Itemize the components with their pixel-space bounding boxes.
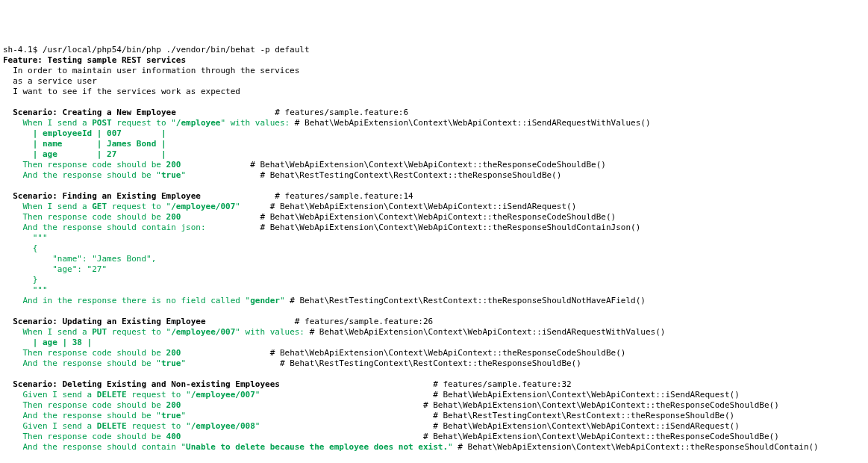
- step-context: # Behat\WebApiExtension\Context\WebApiCo…: [310, 327, 666, 337]
- step-given: Given I send a: [3, 390, 97, 400]
- step-context: # Behat\WebApiExtension\Context\WebApiCo…: [458, 442, 818, 452]
- step-context: # Behat\RestTestingContext\RestContext::…: [260, 170, 561, 180]
- step-context: # Behat\WebApiExtension\Context\WebApiCo…: [270, 348, 626, 358]
- feature-narrative: In order to maintain user information th…: [3, 66, 299, 75]
- step-context: # Behat\WebApiExtension\Context\WebApiCo…: [423, 432, 779, 441]
- feature-location: # features/sample.feature:32: [433, 379, 571, 389]
- step-then: Then response code should be: [3, 432, 166, 441]
- step-and: And in the response there is no field ca…: [3, 296, 250, 305]
- step-context: # Behat\WebApiExtension\Context\WebApiCo…: [423, 400, 779, 410]
- step-then: Then response code should be: [3, 212, 166, 222]
- feature-location: # features/sample.feature:6: [275, 108, 408, 117]
- step-and: And the response should contain json:: [3, 223, 206, 232]
- step-then: Then response code should be: [3, 160, 166, 170]
- step-endpoint: /employee/008: [191, 421, 255, 431]
- step-and: And the response should be ": [3, 411, 161, 420]
- step-context: # Behat\WebApiExtension\Context\WebApiCo…: [270, 202, 577, 211]
- step-context: # Behat\WebApiExtension\Context\WebApiCo…: [250, 160, 606, 170]
- feature-title: Testing sample REST services: [48, 55, 186, 65]
- step-and: And the response should be ": [3, 170, 161, 180]
- step-then: Then response code should be: [3, 348, 166, 358]
- shell-prompt: sh-4.1$: [3, 45, 43, 55]
- scenario-keyword: Scenario:: [13, 317, 62, 326]
- step-when: When I send a: [3, 202, 92, 211]
- feature-keyword: Feature:: [3, 55, 48, 65]
- step-method: DELETE: [97, 421, 127, 431]
- terminal-output[interactable]: sh-4.1$ /usr/local/php54/bin/php ./vendo…: [3, 45, 865, 463]
- table-row: | name | James Bond |: [3, 139, 166, 149]
- step-and: And the response should contain ": [3, 442, 186, 452]
- step-method: POST: [92, 118, 112, 128]
- feature-narrative: I want to see if the services work as ex…: [3, 87, 240, 96]
- step-context: # Behat\RestTestingContext\RestContext::…: [433, 411, 734, 420]
- step-then: Then response code should be: [3, 400, 166, 410]
- step-endpoint: /employee/007: [171, 327, 235, 337]
- step-given: Given I send a: [3, 421, 97, 431]
- step-method: GET: [92, 202, 107, 211]
- scenario-keyword: Scenario:: [13, 379, 62, 389]
- scenario-keyword: Scenario:: [13, 108, 62, 117]
- table-row: | age | 27 |: [3, 149, 166, 159]
- table-row: | age | 38 |: [3, 338, 92, 347]
- scenario-keyword: Scenario:: [13, 191, 62, 201]
- step-context: # Behat\RestTestingContext\RestContext::…: [280, 358, 581, 368]
- step-and: And the response should be ": [3, 358, 161, 368]
- feature-location: # features/sample.feature:26: [295, 317, 433, 326]
- scenario-title: Finding an Existing Employee: [62, 191, 200, 201]
- scenario-title: Updating an Existing Employee: [62, 317, 205, 326]
- step-method: DELETE: [97, 390, 127, 400]
- step-method: PUT: [92, 327, 107, 337]
- docstring: "age": "27": [3, 264, 107, 274]
- scenario-title: Deleting Existing and Non-existing Emplo…: [62, 379, 279, 389]
- step-endpoint: /employee/007: [171, 202, 235, 211]
- docstring: {: [3, 243, 37, 253]
- docstring: """: [3, 233, 48, 243]
- step-context: # Behat\RestTestingContext\RestContext::…: [290, 296, 646, 305]
- scenario-title: Creating a New Employee: [62, 108, 175, 117]
- docstring: }: [3, 275, 37, 285]
- step-endpoint: /employee/007: [191, 390, 255, 400]
- step-context: # Behat\WebApiExtension\Context\WebApiCo…: [260, 212, 616, 222]
- feature-narrative: as a service user: [3, 76, 97, 86]
- step-when: When I send a: [3, 118, 92, 128]
- step-context: # Behat\WebApiExtension\Context\WebApiCo…: [295, 118, 651, 128]
- step-when: When I send a: [3, 327, 92, 337]
- table-row: | employeeId | 007 |: [3, 128, 166, 138]
- command-text: /usr/local/php54/bin/php ./vendor/bin/be…: [43, 45, 310, 55]
- docstring: "name": "James Bond",: [3, 254, 156, 264]
- step-context: # Behat\WebApiExtension\Context\WebApiCo…: [260, 223, 640, 232]
- step-context: # Behat\WebApiExtension\Context\WebApiCo…: [433, 421, 740, 431]
- feature-location: # features/sample.feature:14: [275, 191, 413, 201]
- step-endpoint: /employee: [176, 118, 221, 128]
- step-context: # Behat\WebApiExtension\Context\WebApiCo…: [433, 390, 740, 400]
- docstring: """: [3, 285, 48, 295]
